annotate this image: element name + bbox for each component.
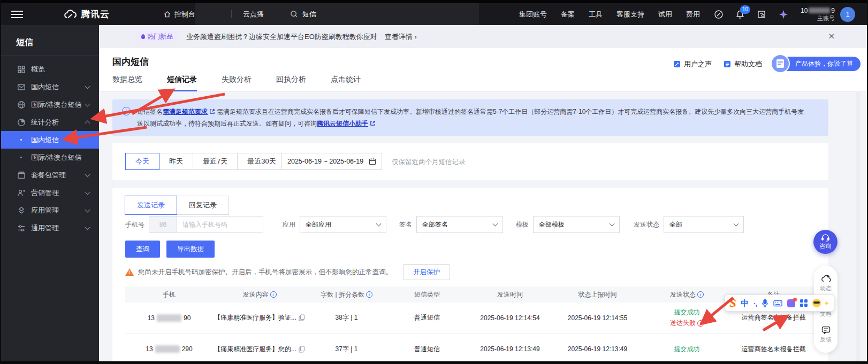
emoji-face-icon[interactable]: [812, 299, 821, 307]
account-role: 主账号: [801, 14, 835, 22]
user-voice-link[interactable]: 用户之声: [673, 59, 712, 69]
copy-icon[interactable]: [299, 314, 305, 321]
sidebar-item-package-mgmt[interactable]: 套餐包管理: [1, 166, 99, 184]
menu-icp[interactable]: 备案: [561, 10, 575, 19]
tab-data-overview[interactable]: 数据总览: [112, 75, 142, 91]
ime-language-chinese[interactable]: 中: [741, 298, 749, 308]
sidebar-subitem-domestic-sms-active[interactable]: 国内短信: [1, 131, 99, 149]
seg-last7days[interactable]: 最近7天: [193, 153, 238, 170]
table-row: 13290 【痛康精准医疗服务】您的... 37字 | 1 普通短信 2025-…: [125, 334, 816, 364]
sidebar-item-overview[interactable]: 概览: [1, 60, 99, 78]
query-button[interactable]: 查询: [125, 241, 160, 258]
chevron-down-icon: [85, 101, 90, 106]
spec-requirement-link[interactable]: 需满足规范要求: [163, 108, 208, 115]
phone-country-code: 86: [149, 216, 177, 233]
sidebar-subitem-intl-sms[interactable]: 国际/港澳台短信: [1, 149, 99, 166]
banner-close-icon[interactable]: ✕: [828, 32, 835, 41]
menu-trial[interactable]: 试用: [658, 10, 672, 19]
dynamics-button[interactable]: 动态: [820, 275, 832, 292]
ime-punctuation-icon[interactable]: ·,: [753, 299, 757, 307]
sidebar-item-marketing-mgmt[interactable]: 营销管理: [1, 184, 99, 202]
banner-detail-link[interactable]: 查看详情 ›: [385, 32, 417, 42]
nav-divider: [231, 10, 232, 18]
menu-group-account[interactable]: 集团账号: [519, 10, 547, 19]
ime-skin-icon[interactable]: [787, 299, 795, 307]
signature-select-value: 全部签名: [422, 220, 448, 229]
tab-reply-records[interactable]: 回复记录: [177, 196, 229, 215]
nav-product-link[interactable]: 云点播: [243, 3, 264, 25]
sogou-ime-toolbar[interactable]: S 中 ·, ✦: [725, 295, 834, 312]
enable-protection-button[interactable]: 开启保护: [403, 264, 450, 280]
signature-select[interactable]: 全部签名: [416, 216, 503, 233]
chevron-down-icon: [85, 189, 90, 195]
date-range-picker[interactable]: 2025-06-19 ~ 2025-06-19: [281, 153, 382, 170]
send-status-select[interactable]: 全部: [664, 216, 744, 233]
sogou-logo-icon[interactable]: S: [729, 296, 736, 310]
ime-apps-grid-icon[interactable]: [800, 299, 808, 307]
external-link-icon: [209, 109, 215, 114]
export-data-button[interactable]: 导出数据: [166, 241, 215, 258]
tab-failure-analysis[interactable]: 失败分析: [222, 75, 252, 91]
mail-icon: [17, 83, 26, 91]
error-info-icon[interactable]: [697, 320, 704, 327]
sms-assistant-link[interactable]: 腾讯云短信小助手: [317, 120, 368, 127]
notification-bell-icon[interactable]: 10: [735, 10, 745, 19]
info-icon[interactable]: [697, 291, 704, 298]
microphone-icon[interactable]: [762, 299, 768, 307]
sparkle-icon: ✦: [824, 299, 829, 307]
account-info[interactable]: 109 主账号: [801, 7, 835, 22]
phone-number-input[interactable]: [177, 216, 263, 233]
orders-icon[interactable]: [757, 10, 766, 19]
tab-click-stats[interactable]: 点击统计: [331, 75, 361, 91]
alert-prefix: 短信签名: [137, 108, 163, 115]
feedback-button[interactable]: 反馈: [820, 326, 832, 344]
cell-phone: 1390: [125, 303, 213, 334]
date-filter-card: 今天 昨天 最近7天 最近30天 2025-06-19 ~ 2025-06-19…: [112, 143, 828, 180]
info-icon[interactable]: [270, 291, 277, 298]
status-delivery-failed[interactable]: 送达失败: [670, 319, 704, 328]
cell-count: 37字 | 1: [306, 334, 387, 364]
chevron-down-icon: [85, 83, 90, 89]
info-icon[interactable]: [366, 291, 372, 298]
tencent-cloud-logo[interactable]: 腾讯云: [63, 3, 110, 25]
copy-icon[interactable]: [299, 346, 305, 353]
sidebar-item-statistics[interactable]: 统计分析: [1, 113, 99, 131]
global-search-input[interactable]: 短信: [290, 3, 316, 25]
tab-receipt-analysis[interactable]: 回执分析: [276, 75, 306, 91]
cell-send-time: 2025-06-19 12:13:49: [467, 334, 553, 364]
menu-billing[interactable]: 费用: [686, 10, 700, 19]
chevron-down-icon: [734, 221, 739, 227]
sidebar-item-general-mgmt[interactable]: 通用管理: [1, 219, 99, 237]
phone-redacted: [157, 314, 181, 322]
cloud-logo-icon: [63, 9, 77, 20]
sidebar: 短信 概览 国内短信 国际/港澳台短信 统计分析 国内短信 国际/港澳台短信: [1, 25, 99, 364]
seg-yesterday[interactable]: 昨天: [159, 153, 193, 170]
ai-assistant-icon[interactable]: [778, 9, 789, 20]
help-docs-link[interactable]: 帮助文档: [724, 59, 762, 69]
layers-icon: [17, 206, 26, 215]
template-select[interactable]: 全部模板: [533, 216, 620, 233]
nav-console-link[interactable]: 控制台: [163, 3, 195, 25]
seg-last30days[interactable]: 最近30天: [237, 153, 286, 170]
seg-today[interactable]: 今天: [125, 153, 159, 170]
sidebar-item-intl-sms[interactable]: 国际/港澳台短信: [1, 96, 99, 113]
signature-label: 签名: [399, 220, 412, 229]
user-avatar[interactable]: 1: [840, 7, 855, 22]
sidebar-item-domestic-sms[interactable]: 国内短信: [1, 78, 99, 96]
page-header: 国内短信 用户之声 帮助文档 产品体验，你说了算 数据总览 短信记录 失败分析 …: [99, 48, 868, 92]
app-select[interactable]: 全部应用: [300, 216, 386, 233]
menu-tools[interactable]: 工具: [589, 10, 603, 19]
product-experience-button[interactable]: 产品体验，你说了算: [774, 57, 861, 71]
keyboard-icon[interactable]: [773, 300, 782, 307]
cloud-activity-icon: [821, 275, 831, 283]
consult-button[interactable]: 咨询: [813, 230, 837, 254]
record-type-tabs: 发送记录 回复记录: [125, 196, 229, 215]
hamburger-menu-icon[interactable]: [11, 3, 24, 25]
tab-sms-records[interactable]: 短信记录: [167, 75, 197, 91]
tab-send-records[interactable]: 发送记录: [125, 196, 177, 215]
menu-support[interactable]: 客服支持: [616, 10, 644, 19]
promotion-icon[interactable]: [714, 10, 724, 19]
sidebar-item-app-mgmt[interactable]: 应用管理: [1, 202, 99, 219]
feedback-chat-icon: [821, 326, 831, 334]
alert-body: 需满足规范要求且在运营商完成实名报备后才可保障短信下发成功率。新增审核通过的签名…: [137, 108, 804, 127]
